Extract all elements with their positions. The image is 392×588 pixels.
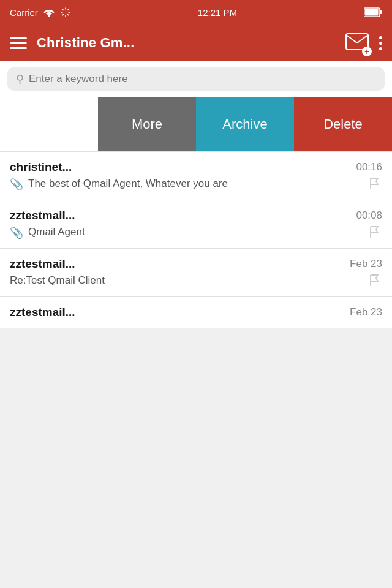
svg-rect-3 xyxy=(380,10,382,14)
email-meta: zztestmail... Feb 23 xyxy=(10,257,382,271)
email-list: More Archive Delete 00:30 xyxy=(0,97,392,328)
email-meta: christinet... 00:16 xyxy=(10,160,382,174)
email-sender: zztestmail... xyxy=(10,257,75,271)
svg-point-0 xyxy=(48,15,50,17)
email-row[interactable]: zztestmail... Feb 23 xyxy=(0,297,392,328)
email-row-content: zztestmail... Feb 23 Re:Test Qmail Clien… xyxy=(0,249,392,296)
email-row[interactable]: zztestmail... Feb 23 Re:Test Qmail Clien… xyxy=(0,249,392,297)
activity-icon xyxy=(60,7,71,18)
email-time: 00:16 xyxy=(356,161,382,173)
nav-title: Christine Gm... xyxy=(37,35,335,51)
wifi-icon xyxy=(43,8,55,17)
nav-bar: Christine Gm... + xyxy=(0,24,392,61)
email-subject-left xyxy=(0,120,88,134)
email-subject-row: 📎 Qmail Agent xyxy=(10,225,382,239)
email-subject-row: 📎 The best of Qmail Agent, Whatever you … xyxy=(10,176,382,191)
email-subject-row: Re:Test Qmail Client xyxy=(10,273,382,288)
email-subject: Qmail Agent xyxy=(28,225,85,239)
email-row-content: zztestmail... Feb 23 xyxy=(0,297,392,328)
email-subject: The best of Qmail Agent, Whatever you ar… xyxy=(28,176,228,191)
status-bar: Carrier 12:21 PM xyxy=(0,0,392,24)
status-left: Carrier xyxy=(10,7,71,18)
search-input[interactable] xyxy=(29,73,376,85)
battery-icon xyxy=(364,7,382,17)
carrier-label: Carrier xyxy=(10,7,38,18)
action-more-label: More xyxy=(132,116,162,132)
email-subject-left: 📎 The best of Qmail Agent, Whatever you … xyxy=(10,176,368,191)
action-archive-label: Archive xyxy=(222,116,267,132)
email-meta: 00:30 xyxy=(0,104,88,118)
email-time: 00:08 xyxy=(356,209,382,222)
action-delete-button[interactable]: Delete xyxy=(294,97,392,151)
compose-plus-badge: + xyxy=(362,47,372,56)
email-meta: zztestmail... 00:08 xyxy=(10,209,382,222)
search-icon: ⚲ xyxy=(16,72,24,86)
compose-button[interactable]: + xyxy=(345,32,369,54)
email-meta: zztestmail... Feb 23 xyxy=(10,306,382,319)
email-time: Feb 23 xyxy=(350,258,382,270)
attachment-icon: 📎 xyxy=(10,178,23,191)
action-archive-button[interactable]: Archive xyxy=(196,97,294,151)
svg-rect-2 xyxy=(365,9,379,16)
email-row[interactable]: christinet... 00:16 📎 The best of Qmail … xyxy=(0,152,392,200)
email-row-content: zztestmail... 00:08 📎 Qmail Agent xyxy=(0,200,392,248)
email-sender: christinet... xyxy=(10,160,72,174)
status-time: 12:21 PM xyxy=(198,7,237,18)
search-bar: ⚲ xyxy=(0,61,392,97)
search-input-wrap[interactable]: ⚲ xyxy=(7,67,385,91)
email-sender: zztestmail... xyxy=(10,306,75,319)
email-subject-left: Re:Test Qmail Client xyxy=(10,273,368,288)
email-row-content: christinet... 00:16 📎 The best of Qmail … xyxy=(0,152,392,200)
email-time: Feb 23 xyxy=(350,306,382,318)
flag-icon xyxy=(368,225,382,239)
action-delete-label: Delete xyxy=(323,116,363,132)
email-subject: Re:Test Qmail Client xyxy=(10,273,105,288)
overflow-menu-button[interactable] xyxy=(379,36,382,50)
action-more-button[interactable]: More xyxy=(98,97,196,151)
flag-icon xyxy=(368,273,382,288)
email-row[interactable]: zztestmail... 00:08 📎 Qmail Agent xyxy=(0,200,392,249)
email-row-swiped: More Archive Delete 00:30 xyxy=(0,97,392,152)
email-row-inner-swiped[interactable]: 00:30 xyxy=(0,97,98,151)
menu-button[interactable] xyxy=(10,37,27,49)
flag-icon xyxy=(368,176,382,191)
email-subject-row xyxy=(0,120,88,134)
email-sender: zztestmail... xyxy=(10,209,75,222)
attachment-icon: 📎 xyxy=(10,226,23,239)
email-subject-left: 📎 Qmail Agent xyxy=(10,225,368,239)
status-right xyxy=(364,7,382,17)
